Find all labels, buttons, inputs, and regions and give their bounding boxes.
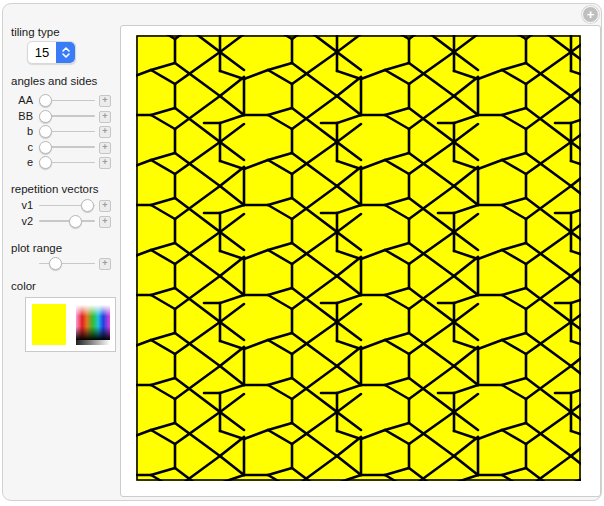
angles-and-sides-label: angles and sides (11, 75, 97, 87)
slider-c: c+ (3, 140, 113, 154)
chevron-down-icon (62, 53, 70, 58)
tiling-type-popup[interactable]: 15 (27, 41, 76, 64)
slider-thumb[interactable] (81, 199, 94, 212)
slider-e: e+ (3, 155, 113, 169)
color-label: color (11, 280, 36, 292)
slider-BB: BB+ (3, 109, 113, 123)
plot-panel (120, 25, 601, 497)
slider-expand-button[interactable]: + (99, 200, 111, 212)
repetition-vectors-label: repetition vectors (11, 183, 99, 195)
demonstration-plus-icon[interactable]: + (582, 6, 599, 23)
slider-label: c (3, 141, 33, 153)
slider-label: AA (3, 94, 33, 106)
popup-stepper[interactable] (56, 42, 75, 63)
slider-expand-button[interactable]: + (99, 216, 111, 228)
manipulate-frame: tiling type 15 angles and sides AA+BB+b+… (2, 3, 602, 501)
plus-glyph: + (587, 8, 595, 21)
color-spectrum[interactable] (76, 304, 110, 345)
pentagon-tiling-plot (136, 35, 581, 481)
color-picker[interactable] (25, 297, 116, 352)
slider-v1: v1+ (3, 198, 113, 212)
plot-range-label: plot range (11, 242, 62, 254)
slider-thumb[interactable] (39, 94, 52, 107)
slider-v2: v2+ (3, 214, 113, 228)
slider-expand-button[interactable]: + (99, 95, 111, 107)
tiling-type-label: tiling type (11, 26, 60, 38)
slider-expand-button[interactable]: + (99, 157, 111, 169)
slider-expand-button[interactable]: + (99, 126, 111, 138)
slider-AA: AA+ (3, 93, 113, 107)
slider-label: v1 (3, 199, 33, 211)
slider-thumb[interactable] (39, 125, 52, 138)
chevron-up-icon (62, 47, 70, 52)
slider-expand-button[interactable]: + (99, 258, 111, 270)
slider-thumb[interactable] (39, 156, 52, 169)
tiling-type-value: 15 (28, 42, 56, 63)
slider-track[interactable] (39, 220, 95, 222)
slider-plot-rangeslider: + (3, 256, 113, 270)
slider-label: e (3, 156, 33, 168)
slider-thumb[interactable] (69, 215, 82, 228)
slider-b: b+ (3, 124, 113, 138)
color-swatch (32, 304, 66, 345)
slider-expand-button[interactable]: + (99, 111, 111, 123)
slider-thumb[interactable] (49, 257, 62, 270)
app-window: tiling type 15 angles and sides AA+BB+b+… (0, 0, 604, 506)
slider-label: b (3, 125, 33, 137)
slider-label: BB (3, 110, 33, 122)
slider-thumb[interactable] (39, 110, 52, 123)
grayscale-strip (76, 340, 110, 345)
slider-label: v2 (3, 215, 33, 227)
slider-track[interactable] (39, 263, 95, 265)
slider-expand-button[interactable]: + (99, 142, 111, 154)
slider-thumb[interactable] (39, 141, 52, 154)
